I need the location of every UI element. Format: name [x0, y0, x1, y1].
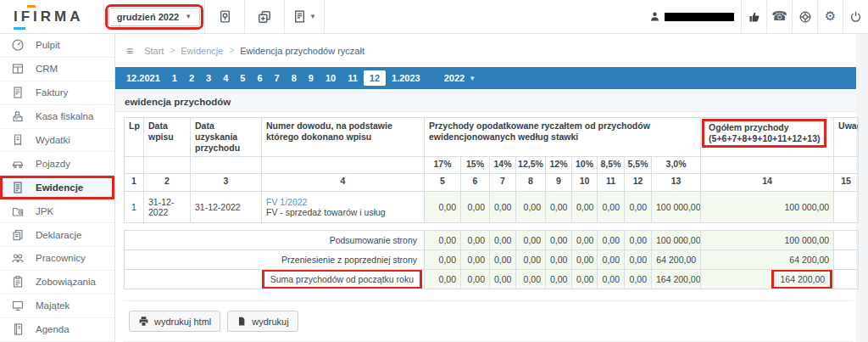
- summary-value: 164 200,00: [652, 270, 701, 289]
- period-selector-button[interactable]: grudzień 2022 ▼: [108, 8, 200, 26]
- table-row: 1 31-12-2022 31-12-2022 FV 1/2022 FV - s…: [125, 192, 859, 223]
- notebook-icon: [11, 322, 25, 336]
- tab-8[interactable]: 8: [286, 70, 303, 86]
- summary-value: 0,00: [572, 250, 598, 270]
- sidebar-item-label: Pulpit: [36, 40, 60, 50]
- documents-icon: [11, 228, 25, 242]
- window-icon: [11, 62, 25, 76]
- menu-collapse-icon[interactable]: ≡: [126, 44, 133, 58]
- sidebar-item-label: Majątek: [36, 300, 70, 311]
- sidebar-item-jpk[interactable]: JPK: [0, 199, 114, 223]
- sidebar-item-ewidencje[interactable]: Ewidencje: [0, 176, 114, 199]
- breadcrumb-start[interactable]: Start: [144, 46, 164, 56]
- phone-icon: ☎: [771, 10, 787, 23]
- rate-header: 12,5%: [516, 157, 546, 174]
- certificate-button[interactable]: [205, 0, 244, 33]
- col-number: 10: [572, 174, 598, 192]
- period-cell: grudzień 2022 ▼: [104, 0, 204, 33]
- tab-6[interactable]: 6: [251, 70, 268, 86]
- entry-value: 0,00: [425, 192, 461, 223]
- summary-value: 0,00: [516, 231, 546, 250]
- summary-total: 64 200,00: [701, 250, 834, 270]
- tab-5[interactable]: 5: [234, 70, 251, 86]
- tab-4[interactable]: 4: [217, 70, 234, 86]
- tab-1[interactable]: 1: [166, 70, 183, 86]
- rate-header: 8,5%: [598, 157, 625, 174]
- sidebar-item-faktury[interactable]: Faktury: [0, 81, 114, 105]
- month-tabs: 12.2021 1 2 3 4 5 6 7 8 9 10 11 12 1.202…: [115, 67, 856, 89]
- documents-menu-button[interactable]: ▼: [285, 0, 324, 33]
- sidebar-item-label: JPK: [36, 206, 53, 216]
- tab-2[interactable]: 2: [183, 70, 200, 86]
- help-button[interactable]: [792, 0, 817, 33]
- summary-value: 0,00: [572, 231, 598, 250]
- user-account[interactable]: [643, 0, 741, 33]
- app-window: IFIRMA grudzień 2022 ▼ ▼: [0, 0, 868, 342]
- annotation-box-suma-total: 164 200,00: [771, 270, 832, 289]
- entry-value: 0,00: [461, 192, 490, 223]
- tab-12-selected[interactable]: 12: [364, 70, 386, 86]
- thumbs-up-button[interactable]: [741, 0, 766, 33]
- summary-value: 0,00: [425, 231, 461, 250]
- sidebar-item-zobowiazania[interactable]: Zobowiązania: [0, 271, 114, 294]
- summary-uwagi: [834, 231, 859, 250]
- summary-value: 0,00: [425, 270, 461, 289]
- settings-button[interactable]: ⚙: [817, 0, 843, 33]
- car-icon: [11, 157, 25, 171]
- sidebar-item-kasa-fiskalna[interactable]: Kasa fiskalna: [0, 105, 114, 129]
- sidebar-item-deklaracje[interactable]: Deklaracje: [0, 223, 114, 247]
- summary-value: 0,00: [598, 231, 625, 250]
- empty-cell: [262, 157, 425, 174]
- summary-value: 0,00: [572, 270, 598, 289]
- sidebar-item-label: CRM: [36, 64, 58, 74]
- tab-11[interactable]: 11: [342, 70, 364, 86]
- summary-value: 0,00: [461, 250, 490, 270]
- breadcrumb-ewidencje[interactable]: Ewidencje: [181, 46, 223, 56]
- gear-icon: ⚙: [825, 10, 836, 23]
- topbar: IFIRMA grudzień 2022 ▼ ▼: [0, 0, 868, 34]
- annotation-box-ogolem: Ogółem przychody (5+6+7+8+9+10+11+12+13): [702, 119, 826, 148]
- phone-button[interactable]: ☎: [766, 0, 792, 33]
- col-number: 14: [701, 174, 834, 192]
- rate-header: 14%: [490, 157, 516, 174]
- summary-value: 0,00: [490, 270, 516, 289]
- sidebar-item-pulpit[interactable]: Pulpit: [0, 34, 114, 58]
- folder-icon: [11, 205, 25, 218]
- invoice-link[interactable]: FV 1/2022: [266, 197, 307, 207]
- tab-9[interactable]: 9: [303, 70, 320, 86]
- chevron-down-icon: ▼: [309, 13, 316, 20]
- print-button[interactable]: wydrukuj: [227, 311, 298, 332]
- tab-3[interactable]: 3: [200, 70, 217, 86]
- tab-10[interactable]: 10: [320, 70, 342, 86]
- sidebar-item-agenda[interactable]: Agenda: [0, 318, 114, 342]
- sidebar: Pulpit CRM Faktury Kasa fiskalna Wydatki…: [0, 34, 115, 342]
- sidebar-item-label: Wydatki: [36, 135, 70, 145]
- year-dropdown[interactable]: 2022 ▼: [438, 70, 481, 86]
- col-number: 11: [598, 174, 625, 192]
- thumbs-up-icon: [748, 10, 761, 24]
- sidebar-item-wydatki[interactable]: Wydatki: [0, 129, 114, 153]
- entry-data-wpisu: 31-12-2022: [144, 192, 191, 223]
- certificate-icon: [218, 9, 232, 24]
- summary-total: 100 000,00: [701, 231, 834, 250]
- chevron-down-icon: ▼: [185, 13, 192, 20]
- sidebar-item-majatek[interactable]: Majątek: [0, 294, 114, 318]
- empty-cell: [834, 157, 859, 174]
- col-header-data-uzyskania: Data uzyskania przychodu: [191, 117, 262, 156]
- tab-7[interactable]: 7: [269, 70, 286, 86]
- col-number: 8: [516, 174, 546, 192]
- copy-plus-button[interactable]: [245, 0, 284, 33]
- empty-cell: [191, 157, 262, 174]
- entry-uwagi: [834, 192, 859, 223]
- logo-cell: IFIRMA: [0, 0, 103, 33]
- tab-12-2021[interactable]: 12.2021: [120, 70, 166, 86]
- logout-button[interactable]: [843, 0, 868, 33]
- summary-value: 0,00: [598, 270, 625, 289]
- summary-row-page: Podsumowanie strony 0,00 0,00 0,00 0,00 …: [125, 231, 859, 250]
- sidebar-item-crm[interactable]: CRM: [0, 58, 114, 81]
- help-lifebuoy-icon: [798, 10, 812, 24]
- sidebar-item-pracownicy[interactable]: Pracownicy: [0, 247, 114, 271]
- tab-1-2023[interactable]: 1.2023: [386, 70, 426, 86]
- sidebar-item-pojazdy[interactable]: Pojazdy: [0, 152, 114, 176]
- print-html-button[interactable]: wydrukuj html: [129, 311, 220, 332]
